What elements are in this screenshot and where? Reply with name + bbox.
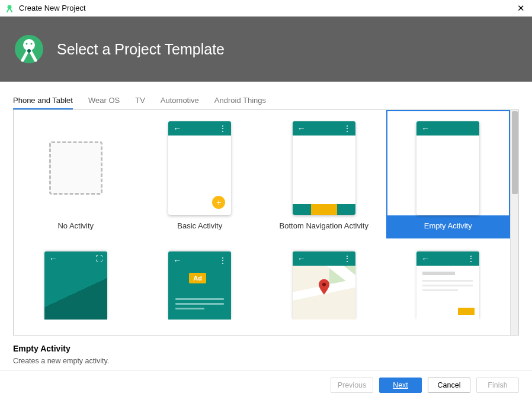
tab-phone-tablet[interactable]: Phone and Tablet bbox=[13, 92, 73, 109]
template-master-detail-activity[interactable]: ←⋮ bbox=[386, 238, 511, 321]
window-title: Create New Project bbox=[19, 4, 515, 12]
template-thumb: ←⋮ bbox=[409, 251, 486, 320]
template-basic-activity[interactable]: ←⋮ + Basic Activity bbox=[138, 110, 262, 238]
dashed-rect-icon bbox=[49, 141, 102, 195]
template-thumb: ←⋮ + bbox=[161, 121, 238, 215]
template-label: No Activity bbox=[15, 215, 137, 237]
overflow-icon: ⋮ bbox=[343, 254, 351, 263]
cancel-button[interactable]: Cancel bbox=[428, 378, 470, 393]
form-factor-tabs: Phone and Tablet Wear OS TV Automotive A… bbox=[0, 92, 532, 109]
template-thumb: ←⋮ bbox=[286, 251, 363, 320]
titlebar: Create New Project ✕ bbox=[0, 0, 532, 17]
page-title: Select a Project Template bbox=[57, 41, 225, 58]
overflow-icon: ⋮ bbox=[343, 124, 351, 133]
tab-automotive[interactable]: Automotive bbox=[161, 92, 199, 109]
map-pin-icon bbox=[319, 279, 329, 296]
android-studio-icon bbox=[5, 4, 14, 13]
tab-wear-os[interactable]: Wear OS bbox=[88, 92, 120, 109]
wizard-header: Select a Project Template bbox=[0, 17, 532, 82]
selected-template-desc: Creates a new empty activity. bbox=[13, 357, 519, 365]
template-info: Empty Activity Creates a new empty activ… bbox=[0, 336, 532, 370]
template-empty-activity[interactable]: ← Empty Activity bbox=[386, 110, 511, 238]
close-icon[interactable]: ✕ bbox=[515, 3, 527, 14]
overflow-icon: ⋮ bbox=[219, 256, 226, 264]
scroll-thumb[interactable] bbox=[512, 111, 518, 194]
template-thumb: ←⛶ bbox=[37, 251, 114, 320]
svg-point-4 bbox=[31, 43, 33, 45]
back-arrow-icon: ← bbox=[421, 254, 430, 263]
template-label: Bottom Navigation Activity bbox=[263, 215, 385, 237]
tab-tv[interactable]: TV bbox=[135, 92, 145, 109]
template-no-activity[interactable]: No Activity bbox=[14, 110, 138, 238]
back-arrow-icon: ← bbox=[297, 254, 306, 263]
expand-icon: ⛶ bbox=[95, 254, 102, 263]
android-logo-icon bbox=[14, 34, 44, 64]
back-arrow-icon: ← bbox=[173, 124, 181, 133]
previous-button[interactable]: Previous bbox=[331, 378, 373, 393]
template-fullscreen-activity[interactable]: ←⛶ bbox=[14, 238, 138, 321]
svg-point-5 bbox=[27, 49, 31, 53]
back-arrow-icon: ← bbox=[421, 124, 430, 133]
back-arrow-icon: ← bbox=[297, 124, 306, 133]
template-label: Empty Activity bbox=[387, 215, 509, 237]
template-maps-activity[interactable]: ←⋮ bbox=[262, 238, 386, 321]
finish-button[interactable]: Finish bbox=[476, 378, 519, 393]
template-admob-activity[interactable]: ←⋮ Ad bbox=[138, 238, 262, 321]
template-label: Basic Activity bbox=[139, 215, 261, 237]
template-thumb: ← bbox=[409, 121, 486, 215]
back-arrow-icon: ← bbox=[49, 254, 57, 263]
tab-android-things[interactable]: Android Things bbox=[214, 92, 266, 109]
bottom-nav-icon bbox=[293, 204, 355, 215]
template-thumb: ←⋮ Ad bbox=[161, 251, 238, 320]
template-list: No Activity ←⋮ + Basic Activity ←⋮ bbox=[13, 109, 519, 336]
template-thumb: ←⋮ bbox=[286, 121, 363, 215]
wizard-footer: Previous Next Cancel Finish bbox=[0, 370, 532, 400]
back-arrow-icon: ← bbox=[173, 256, 181, 264]
svg-point-3 bbox=[26, 43, 28, 45]
selected-template-name: Empty Activity bbox=[13, 344, 519, 353]
scrollbar[interactable] bbox=[510, 110, 518, 335]
ad-badge: Ad bbox=[189, 273, 206, 283]
svg-point-6 bbox=[322, 282, 326, 286]
template-thumb bbox=[37, 121, 114, 215]
overflow-icon: ⋮ bbox=[467, 254, 475, 263]
fab-icon: + bbox=[212, 196, 225, 209]
next-button[interactable]: Next bbox=[379, 378, 422, 393]
template-bottom-nav-activity[interactable]: ←⋮ Bottom Navigation Activity bbox=[262, 110, 386, 238]
overflow-icon: ⋮ bbox=[219, 124, 226, 133]
